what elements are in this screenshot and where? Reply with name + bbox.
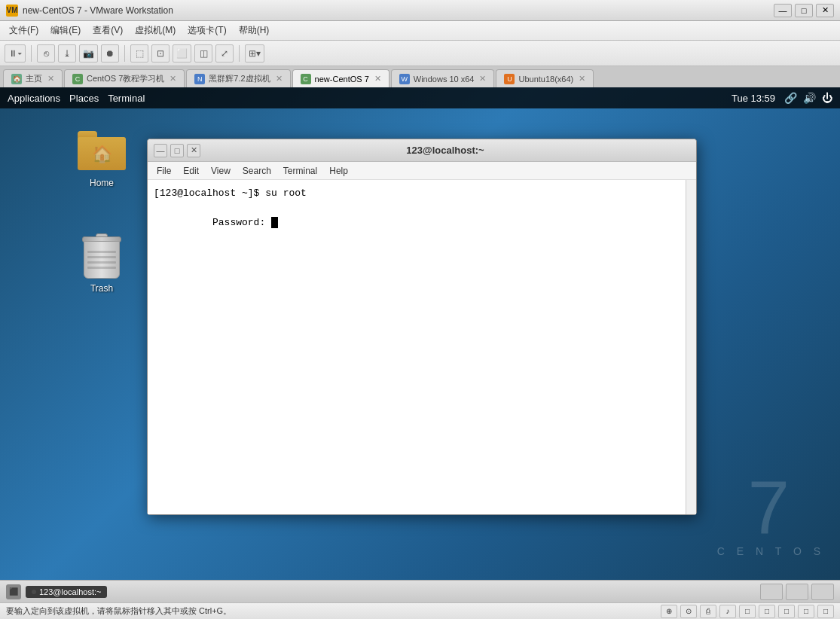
tab-win10-icon: W bbox=[399, 74, 410, 84]
gnome-topbar: Applications Places Terminal Tue 13:59 🔗… bbox=[0, 87, 840, 108]
terminal-maximize-button[interactable]: □ bbox=[170, 144, 184, 157]
toolbar-separator-2 bbox=[124, 45, 125, 62]
terminal-menu-terminal[interactable]: Terminal bbox=[277, 164, 323, 178]
view-split[interactable]: ◫ bbox=[194, 44, 212, 63]
view-full[interactable]: ⊡ bbox=[151, 44, 170, 63]
status-icon-8[interactable]: □ bbox=[798, 605, 814, 618]
running-indicator bbox=[32, 590, 36, 594]
terminal-close-button[interactable]: ✕ bbox=[187, 144, 200, 157]
screenshot[interactable]: 📷 bbox=[79, 44, 98, 63]
home-folder-image: 🏠 bbox=[78, 127, 126, 175]
vmware-title: new-CentOS 7 - VMware Workstation bbox=[23, 5, 774, 16]
desktop-area: 🏠 Home Trash bbox=[0, 108, 840, 580]
tab-ubuntu18-icon: U bbox=[504, 74, 515, 84]
toolbar-separator-1 bbox=[31, 45, 32, 62]
folder-body: 🏠 bbox=[78, 137, 126, 170]
status-icon-2[interactable]: ⊙ bbox=[680, 605, 697, 618]
tab-home-close[interactable]: ✕ bbox=[47, 74, 54, 84]
trash-line-3 bbox=[87, 261, 116, 264]
record[interactable]: ⏺ bbox=[101, 44, 119, 63]
close-button[interactable]: ✕ bbox=[816, 4, 834, 17]
send-ctrl-alt-del[interactable]: ⎋ bbox=[37, 44, 55, 63]
tab-home-icon: 🏠 bbox=[11, 74, 22, 84]
menu-tabs[interactable]: 选项卡(T) bbox=[182, 23, 232, 38]
tab-ubuntu18-label: Ubuntu18(x64) bbox=[518, 75, 573, 84]
volume-icon[interactable]: 🔊 bbox=[803, 92, 816, 104]
tab-new-centos7[interactable]: C new-CentOS 7 ✕ bbox=[292, 69, 389, 87]
menu-vm[interactable]: 虚拟机(M) bbox=[129, 23, 182, 38]
status-icon-6[interactable]: □ bbox=[759, 605, 775, 618]
centos-text: C E N T O S bbox=[717, 545, 825, 557]
tab-win10-label: Windows 10 x64 bbox=[414, 75, 475, 84]
tab-nas-label: 黑群辉7.2虚拟机 bbox=[209, 73, 270, 84]
status-icon-3[interactable]: ⎙ bbox=[700, 605, 716, 618]
trash-line-2 bbox=[87, 256, 116, 258]
window-controls: — □ ✕ bbox=[774, 4, 834, 17]
centos-watermark: 7 C E N T O S bbox=[717, 470, 825, 557]
pause-button[interactable]: ⏸▾ bbox=[5, 44, 26, 63]
terminal-menu-view[interactable]: View bbox=[205, 164, 237, 178]
terminal-menu-help[interactable]: Help bbox=[323, 164, 354, 178]
tab-win10[interactable]: W Windows 10 x64 ✕ bbox=[391, 69, 495, 87]
terminal-menu-file[interactable]: File bbox=[151, 164, 177, 178]
status-icon-9[interactable]: □ bbox=[817, 605, 834, 618]
taskbar-vm-label: 123@localhost:~ bbox=[39, 587, 101, 596]
tab-new-centos7-icon: C bbox=[301, 74, 311, 84]
taskbar-btn-1[interactable] bbox=[760, 584, 783, 600]
network-icon[interactable]: 🔗 bbox=[784, 92, 797, 104]
vmware-tabbar: 🏠 主页 ✕ C CentOS 7教程学习机 ✕ N 黑群辉7.2虚拟机 ✕ C… bbox=[0, 66, 840, 87]
view-stretch[interactable]: ⤢ bbox=[215, 44, 234, 63]
toolbar-separator-3 bbox=[239, 45, 240, 62]
status-icon-4[interactable]: ♪ bbox=[719, 605, 736, 618]
taskbar-btn-3[interactable] bbox=[811, 584, 834, 600]
terminal-content[interactable]: [123@localhost ~]$ su root Password: bbox=[148, 180, 696, 514]
tab-new-centos7-close[interactable]: ✕ bbox=[374, 74, 381, 84]
power-icon[interactable]: ⏻ bbox=[822, 92, 832, 104]
menu-edit[interactable]: 编辑(E) bbox=[44, 23, 87, 38]
statusbar-message: 要输入定向到该虚拟机，请将鼠标指针移入其中或按 Ctrl+G。 bbox=[6, 605, 661, 617]
tab-centos7[interactable]: C CentOS 7教程学习机 ✕ bbox=[64, 69, 185, 87]
terminal-menubar: File Edit View Search Terminal Help bbox=[148, 162, 696, 180]
vmware-menubar: 文件(F) 编辑(E) 查看(V) 虚拟机(M) 选项卡(T) 帮助(H) bbox=[0, 21, 840, 41]
gnome-places[interactable]: Places bbox=[69, 93, 99, 104]
taskbar-running-vm[interactable]: 123@localhost:~ bbox=[26, 586, 107, 598]
centos-desktop: Applications Places Terminal Tue 13:59 🔗… bbox=[0, 87, 840, 580]
trash-image bbox=[78, 232, 126, 280]
status-icon-1[interactable]: ⊕ bbox=[661, 605, 677, 618]
trash-can-shape bbox=[82, 233, 121, 279]
tab-nas[interactable]: N 黑群辉7.2虚拟机 ✕ bbox=[186, 69, 290, 87]
gnome-applications[interactable]: Applications bbox=[8, 93, 60, 104]
vmware-toolbar: ⏸▾ ⎋ ⤓ 📷 ⏺ ⬚ ⊡ ⬜ ◫ ⤢ ⊞▾ bbox=[0, 41, 840, 66]
menu-file[interactable]: 文件(F) bbox=[3, 23, 44, 38]
taskbar-btn-2[interactable] bbox=[786, 584, 808, 600]
status-icon-7[interactable]: □ bbox=[778, 605, 795, 618]
trash-body bbox=[84, 241, 120, 279]
folder-icon-shape: 🏠 bbox=[78, 131, 126, 170]
trash-icon[interactable]: Trash bbox=[72, 229, 132, 297]
terminal-menu-search[interactable]: Search bbox=[237, 164, 277, 178]
tab-nas-close[interactable]: ✕ bbox=[276, 74, 283, 84]
gnome-terminal-menu[interactable]: Terminal bbox=[108, 93, 145, 104]
status-icon-5[interactable]: □ bbox=[739, 605, 756, 618]
tab-home[interactable]: 🏠 主页 ✕ bbox=[3, 69, 63, 87]
home-folder-icon[interactable]: 🏠 Home bbox=[72, 123, 132, 191]
trash-line-1 bbox=[87, 251, 116, 253]
terminal-minimize-button[interactable]: — bbox=[154, 144, 167, 157]
maximize-button[interactable]: □ bbox=[795, 4, 813, 17]
send-key[interactable]: ⤓ bbox=[58, 44, 76, 63]
tab-new-centos7-label: new-CentOS 7 bbox=[315, 75, 369, 84]
tab-centos7-close[interactable]: ✕ bbox=[170, 74, 176, 84]
taskbar-vm-icon[interactable]: ⬛ bbox=[6, 584, 21, 599]
terminal-line-2: Password: bbox=[154, 201, 690, 245]
menu-help[interactable]: 帮助(H) bbox=[233, 23, 276, 38]
view-unity[interactable]: ⬜ bbox=[173, 44, 191, 63]
tab-ubuntu18[interactable]: U Ubuntu18(x64) ✕ bbox=[496, 69, 594, 87]
tab-ubuntu18-close[interactable]: ✕ bbox=[579, 74, 585, 84]
tab-win10-close[interactable]: ✕ bbox=[479, 74, 486, 84]
minimize-button[interactable]: — bbox=[774, 4, 792, 17]
view-normal[interactable]: ⬚ bbox=[130, 44, 148, 63]
terminal-scrollbar[interactable] bbox=[686, 180, 696, 514]
view-options[interactable]: ⊞▾ bbox=[245, 44, 264, 63]
terminal-menu-edit[interactable]: Edit bbox=[177, 164, 205, 178]
menu-view[interactable]: 查看(V) bbox=[87, 23, 129, 38]
